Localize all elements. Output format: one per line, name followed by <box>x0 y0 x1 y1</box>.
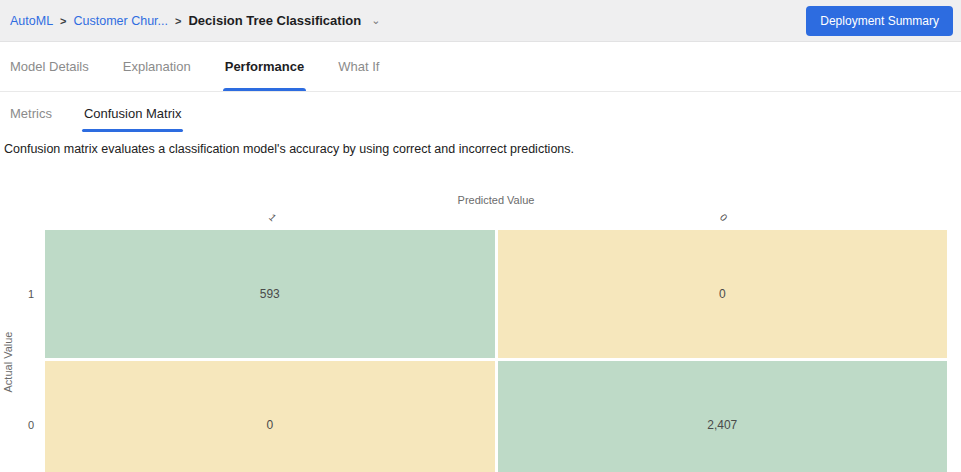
active-tab-underline <box>223 88 306 91</box>
breadcrumb-link-automl[interactable]: AutoML <box>10 14 53 28</box>
tab-label: What If <box>338 59 379 74</box>
subtab-label: Confusion Matrix <box>84 106 182 121</box>
subtab-metrics[interactable]: Metrics <box>8 94 54 132</box>
subtab-label: Metrics <box>10 106 52 121</box>
predicted-value-axis-label: Predicted Value <box>45 194 947 208</box>
y-tick-1: 1 <box>18 288 34 300</box>
breadcrumb-separator: > <box>60 15 66 27</box>
tab-what-if[interactable]: What If <box>336 42 381 91</box>
y-tick-0: 0 <box>18 419 34 431</box>
breadcrumb-separator: > <box>175 15 181 27</box>
confusion-matrix-chart: Predicted Value 1 0 Actual Value 1 0 593… <box>0 194 961 472</box>
tab-performance[interactable]: Performance <box>223 42 306 91</box>
confusion-matrix-description: Confusion matrix evaluates a classificat… <box>0 132 961 156</box>
cell-actual1-predicted0: 0 <box>498 230 948 358</box>
x-tick-1: 1 <box>267 212 279 224</box>
top-bar: AutoML > Customer Chur... > Decision Tre… <box>0 0 961 42</box>
main-tabs: Model Details Explanation Performance Wh… <box>0 42 961 92</box>
tab-model-details[interactable]: Model Details <box>8 42 91 91</box>
breadcrumb-current-model: Decision Tree Classification <box>188 13 361 28</box>
chevron-down-icon[interactable]: ⌄ <box>371 14 380 27</box>
breadcrumb-link-project[interactable]: Customer Chur... <box>74 14 168 28</box>
performance-subtabs: Metrics Confusion Matrix <box>0 94 961 132</box>
tab-label: Performance <box>225 59 304 74</box>
cell-actual1-predicted1: 593 <box>45 230 495 358</box>
active-subtab-underline <box>82 129 184 132</box>
cell-actual0-predicted0: 2,407 <box>498 361 948 472</box>
subtab-confusion-matrix[interactable]: Confusion Matrix <box>82 94 184 132</box>
tab-label: Model Details <box>10 59 89 74</box>
tab-label: Explanation <box>123 59 191 74</box>
tab-explanation[interactable]: Explanation <box>121 42 193 91</box>
breadcrumb: AutoML > Customer Chur... > Decision Tre… <box>10 13 380 28</box>
actual-value-axis-label: Actual Value <box>2 332 14 393</box>
confusion-matrix-grid: 593 0 0 2,407 <box>45 230 947 472</box>
deployment-summary-button[interactable]: Deployment Summary <box>806 6 953 36</box>
x-tick-0: 0 <box>718 212 730 224</box>
cell-actual0-predicted1: 0 <box>45 361 495 472</box>
x-axis-ticks: 1 0 <box>45 208 947 230</box>
